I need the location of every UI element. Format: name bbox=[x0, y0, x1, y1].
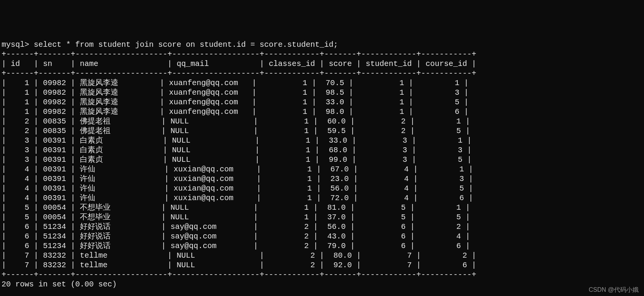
watermark-text: CSDN @代码小娥 bbox=[589, 286, 639, 294]
terminal-output: mysql> select * from student join score … bbox=[2, 40, 642, 289]
